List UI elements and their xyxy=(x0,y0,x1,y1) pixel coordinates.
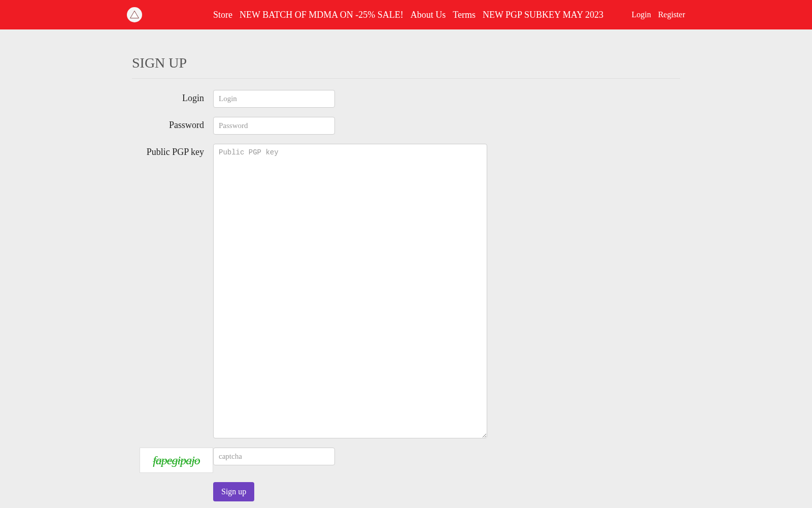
row-password: Password xyxy=(132,117,680,135)
nav-store[interactable]: Store xyxy=(213,10,232,20)
triangle-icon xyxy=(129,10,140,20)
row-submit: Sign up xyxy=(132,482,680,501)
page-title: SIGN UP xyxy=(132,55,680,79)
row-pgp: Public PGP key xyxy=(132,144,680,438)
pgp-textarea[interactable] xyxy=(213,144,487,438)
nav-terms[interactable]: Terms xyxy=(453,10,476,20)
nav-pgp-subkey[interactable]: NEW PGP SUBKEY MAY 2023 xyxy=(483,10,603,20)
row-captcha: fapegipajo xyxy=(132,448,680,473)
navbar: Store NEW BATCH OF MDMA ON -25% SALE! Ab… xyxy=(0,0,812,29)
navbar-inner: Store NEW BATCH OF MDMA ON -25% SALE! Ab… xyxy=(127,7,685,22)
password-label: Password xyxy=(132,117,213,131)
nav-left: Store NEW BATCH OF MDMA ON -25% SALE! Ab… xyxy=(213,10,631,20)
pgp-label: Public PGP key xyxy=(132,144,213,157)
captcha-input[interactable] xyxy=(213,448,335,465)
captcha-text: fapegipajo xyxy=(153,454,200,467)
nav-sale-banner[interactable]: NEW BATCH OF MDMA ON -25% SALE! xyxy=(240,10,403,20)
signup-button[interactable]: Sign up xyxy=(213,482,254,501)
nav-about[interactable]: About Us xyxy=(411,10,446,20)
captcha-image: fapegipajo xyxy=(140,448,213,473)
main-container: SIGN UP Login Password Public PGP key fa… xyxy=(127,29,685,508)
password-input[interactable] xyxy=(213,117,335,135)
login-label: Login xyxy=(132,90,213,104)
nav-login[interactable]: Login xyxy=(631,10,651,19)
login-input[interactable] xyxy=(213,90,335,108)
svg-marker-0 xyxy=(130,11,139,18)
nav-register[interactable]: Register xyxy=(658,10,685,19)
nav-right: Login Register xyxy=(631,10,685,19)
row-login: Login xyxy=(132,90,680,108)
logo-icon[interactable] xyxy=(127,7,142,22)
